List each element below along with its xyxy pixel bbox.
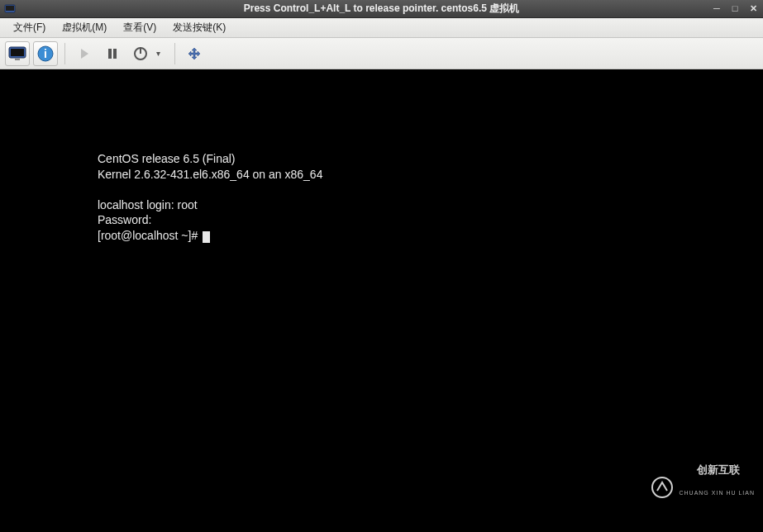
watermark-main: 创新互联 — [697, 463, 740, 476]
svg-rect-4 — [15, 59, 20, 60]
svg-rect-7 — [108, 49, 112, 59]
watermark-text: 创新互联 CHUANG XIN HU LIAN — [679, 450, 755, 525]
console-button[interactable] — [5, 41, 30, 66]
menu-virtual-machine[interactable]: 虚拟机(M) — [54, 18, 115, 37]
guest-console[interactable]: CentOS release 6.5 (Final) Kernel 2.6.32… — [0, 69, 763, 532]
terminal-line: CentOS release 6.5 (Final) — [98, 152, 236, 165]
window-title: Press Control_L+Alt_L to release pointer… — [244, 2, 520, 16]
fullscreen-icon — [187, 46, 202, 61]
menu-send-key[interactable]: 发送按键(K) — [165, 18, 234, 37]
close-button[interactable]: ✕ — [746, 2, 760, 15]
watermark-logo-icon — [651, 449, 674, 525]
pause-button[interactable] — [100, 41, 125, 66]
svg-rect-3 — [11, 49, 24, 56]
toolbar: i ▾ — [0, 38, 763, 69]
terminal-line: Kernel 2.6.32-431.el6.x86_64 on an x86_6… — [98, 168, 322, 181]
toolbar-separator — [174, 43, 175, 64]
window-controls: ─ □ ✕ — [710, 2, 760, 15]
pause-icon — [107, 48, 118, 59]
menu-file[interactable]: 文件(F) — [5, 18, 54, 37]
svg-rect-8 — [113, 49, 117, 59]
svg-point-11 — [652, 477, 672, 497]
terminal-line: Password: — [98, 213, 151, 226]
menubar: 文件(F) 虚拟机(M) 查看(V) 发送按键(K) — [0, 18, 763, 38]
play-button[interactable] — [72, 41, 97, 66]
info-icon: i — [37, 45, 54, 62]
monitor-icon — [8, 46, 26, 61]
toolbar-separator — [64, 43, 65, 64]
terminal-line: localhost login: root — [98, 198, 198, 211]
chevron-down-icon: ▾ — [156, 49, 160, 58]
minimize-button[interactable]: ─ — [710, 2, 723, 15]
watermark-sub: CHUANG XIN HU LIAN — [679, 490, 755, 497]
power-icon — [133, 46, 148, 61]
terminal-prompt: [root@localhost ~]# — [98, 229, 201, 242]
menu-view[interactable]: 查看(V) — [115, 18, 165, 37]
maximize-button[interactable]: □ — [728, 2, 742, 15]
fullscreen-button[interactable] — [182, 41, 207, 66]
window-titlebar: Press Control_L+Alt_L to release pointer… — [0, 0, 763, 18]
app-icon — [3, 2, 17, 16]
info-button[interactable]: i — [33, 41, 58, 66]
power-button[interactable] — [128, 41, 153, 66]
svg-rect-1 — [6, 6, 14, 11]
cursor — [203, 231, 210, 243]
svg-text:i: i — [44, 47, 47, 60]
watermark: 创新互联 CHUANG XIN HU LIAN — [651, 449, 755, 525]
power-dropdown[interactable]: ▾ — [156, 49, 168, 58]
play-icon — [79, 48, 90, 59]
